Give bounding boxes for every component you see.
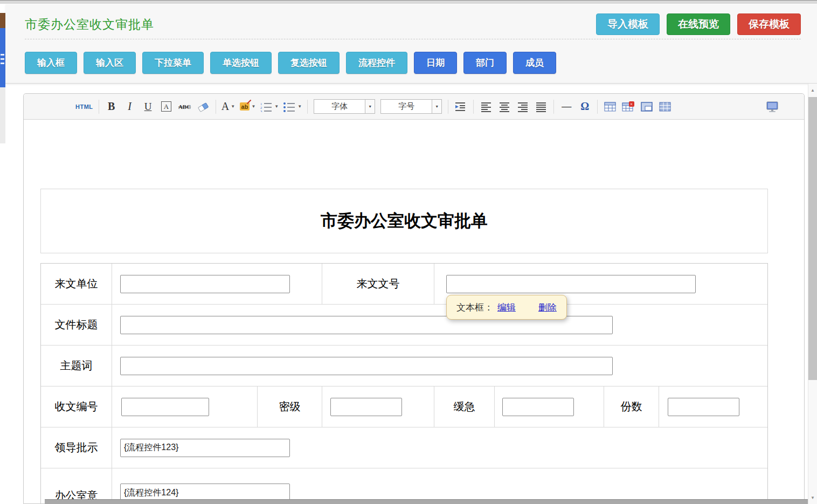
widget-button-row: 输入框 输入区 下拉菜单 单选按钮 复选按钮 流程控件 日期 部门 成员 (25, 52, 556, 74)
insert-table-icon[interactable] (603, 99, 617, 114)
bottom-edge-bar (45, 499, 808, 504)
urgency-input[interactable] (502, 398, 574, 416)
dotted-divider (25, 39, 801, 39)
widget-button-department[interactable]: 部门 (463, 52, 507, 74)
copies-input[interactable] (668, 398, 739, 416)
widget-button-flow-control[interactable]: 流程控件 (346, 52, 407, 74)
toolbar-separator (307, 100, 308, 114)
widget-button-checkbox[interactable]: 复选按钮 (278, 52, 340, 74)
table-row: 收文编号 密级 缓急 份数 (41, 386, 767, 427)
doc-number-input[interactable] (446, 275, 696, 293)
chevron-down-icon[interactable]: ▼ (365, 100, 375, 113)
fullscreen-icon[interactable] (765, 99, 779, 114)
chevron-down-icon[interactable]: ▼ (251, 104, 255, 109)
delete-table-icon[interactable]: × (621, 99, 635, 114)
svg-text:×: × (630, 102, 633, 107)
editor-toolbar: HTML B I U A ABC A▼ ab▼ 123 ▼ ▼ 字体 ▼ (24, 94, 804, 120)
align-right-icon[interactable] (516, 99, 530, 114)
left-edge-segment (0, 28, 5, 87)
svg-text:2: 2 (260, 106, 262, 109)
svg-text:3: 3 (260, 109, 262, 112)
table-cell (659, 386, 767, 427)
page-title: 市委办公室收文审批单 (25, 16, 154, 33)
field-label-leader-comments: 领导批示 (41, 427, 112, 468)
widget-button-member[interactable]: 成员 (513, 52, 556, 74)
online-preview-button[interactable]: 在线预览 (667, 13, 730, 35)
indent-icon[interactable] (454, 99, 468, 114)
save-template-button[interactable]: 保存模板 (737, 13, 801, 35)
eraser-icon[interactable] (196, 99, 210, 114)
form-title-box: 市委办公室收文审批单 (40, 189, 768, 253)
unordered-list-icon[interactable]: ▼ (283, 99, 302, 114)
inline-style-icon[interactable]: A (160, 99, 174, 114)
left-edge-segment (0, 13, 5, 28)
table-cell (112, 427, 767, 468)
align-center-icon[interactable] (497, 99, 511, 114)
align-justify-icon[interactable] (534, 99, 548, 114)
table-cell (322, 386, 434, 427)
delete-link[interactable]: 删除 (538, 301, 557, 314)
tooltip-label: 文本框： (456, 301, 493, 314)
vertical-scrollbar[interactable]: ▲ ▼ (808, 84, 817, 504)
field-label-copies: 份数 (604, 386, 659, 427)
table-cell (112, 386, 258, 427)
toolbar-separator (597, 100, 598, 114)
special-character-icon[interactable]: Ω (578, 99, 592, 114)
field-label-source-unit: 来文单位 (41, 264, 112, 304)
table-cell (112, 264, 322, 304)
italic-icon[interactable]: I (123, 99, 137, 114)
font-color-icon[interactable]: A▼ (221, 99, 236, 114)
field-label-keywords: 主题词 (41, 346, 112, 386)
form-title: 市委办公室收文审批单 (321, 210, 488, 232)
receipt-number-input[interactable] (121, 398, 209, 416)
form-table: 来文单位 来文文号 文件标题 主题词 收文编号 密 (40, 263, 768, 504)
scrollbar-thumb[interactable] (808, 97, 817, 380)
header: 市委办公室收文审批单 导入模板 在线预览 保存模板 输入框 输入区 下拉菜单 单… (5, 4, 817, 84)
field-label-doc-title: 文件标题 (41, 305, 112, 345)
toolbar-separator (473, 100, 474, 114)
table-row: 文件标题 (41, 305, 767, 346)
import-template-button[interactable]: 导入模板 (596, 13, 660, 35)
underline-icon[interactable]: U (141, 99, 155, 114)
widget-button-input-box[interactable]: 输入框 (25, 52, 77, 74)
leader-comments-input[interactable] (120, 439, 290, 457)
scroll-down-arrow-icon[interactable]: ▼ (808, 492, 817, 503)
widget-button-radio[interactable]: 单选按钮 (210, 52, 272, 74)
window-left-edge (0, 4, 5, 504)
textbox-context-tooltip: 文本框： 编辑 删除 (446, 295, 567, 320)
window-top-edge (0, 0, 817, 4)
horizontal-rule-icon[interactable]: — (559, 99, 573, 114)
chevron-down-icon[interactable]: ▼ (297, 104, 302, 109)
keywords-input[interactable] (120, 357, 613, 375)
field-label-receipt-number: 收文编号 (41, 386, 112, 427)
source-unit-input[interactable] (120, 275, 290, 293)
table-properties-icon[interactable] (640, 99, 654, 114)
header-actions: 导入模板 在线预览 保存模板 (596, 13, 801, 35)
table-cell (112, 305, 767, 345)
widget-button-dropdown[interactable]: 下拉菜单 (142, 52, 204, 74)
widget-button-date[interactable]: 日期 (414, 52, 457, 74)
table-row: 主题词 (41, 346, 767, 386)
bold-icon[interactable]: B (105, 99, 119, 114)
align-left-icon[interactable] (479, 99, 493, 114)
toolbar-separator (216, 100, 216, 114)
font-family-select[interactable]: 字体 ▼ (314, 99, 375, 114)
font-size-select[interactable]: 字号 ▼ (380, 99, 442, 114)
scroll-up-arrow-icon[interactable]: ▲ (808, 85, 817, 95)
highlight-color-icon[interactable]: ab▼ (240, 99, 256, 114)
strikethrough-icon[interactable]: ABC (178, 99, 192, 114)
field-label-doc-number: 来文文号 (322, 264, 434, 304)
table-row: 领导批示 (41, 427, 767, 468)
toolbar-separator (99, 100, 99, 114)
html-source-icon[interactable]: HTML (75, 99, 93, 114)
chevron-down-icon[interactable]: ▼ (274, 104, 279, 109)
cell-properties-icon[interactable] (658, 99, 672, 114)
edit-link[interactable]: 编辑 (497, 301, 516, 314)
chevron-down-icon[interactable]: ▼ (231, 104, 235, 109)
field-label-security-level: 密级 (258, 386, 322, 427)
chevron-down-icon[interactable]: ▼ (432, 100, 441, 113)
table-cell (495, 386, 604, 427)
ordered-list-icon[interactable]: 123 ▼ (260, 99, 279, 114)
widget-button-textarea[interactable]: 输入区 (84, 52, 136, 74)
security-level-input[interactable] (330, 398, 402, 416)
